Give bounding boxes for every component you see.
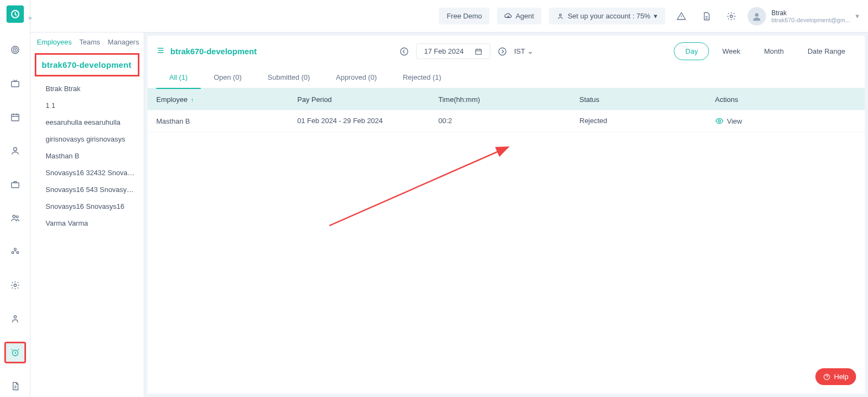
svg-rect-5 [11,114,19,121]
svg-point-19 [400,48,408,55]
list-item[interactable]: eesaruhulla eesaruhulla [30,114,144,131]
setup-account-button[interactable]: Set up your account : 75% ▾ [549,8,665,24]
filter-all-tab[interactable]: All (1) [156,67,201,89]
timesheet-table: Employee ↑ Pay Period Time(hh:mm) Status… [148,89,865,132]
view-week-button[interactable]: Week [711,43,751,60]
hamburger-icon[interactable] [156,46,165,56]
nav-tv-icon[interactable] [4,73,26,94]
svg-point-9 [16,216,18,218]
filter-submitted-tab[interactable]: Submitted (0) [254,67,323,89]
header-actions: Actions [715,95,856,104]
list-item[interactable]: Btrak Btrak [30,80,144,97]
cell-pay-period: 01 Feb 2024 - 29 Feb 2024 [297,117,438,125]
page-title: btrak670-development [170,47,257,56]
svg-point-2 [13,48,17,52]
svg-line-24 [329,147,508,226]
user-email: btrak670-development@gm... [771,17,850,23]
nav-briefcase-icon[interactable] [4,174,26,195]
user-setup-icon [557,12,564,20]
nav-people-icon[interactable] [4,207,26,229]
view-range-button[interactable]: Date Range [797,43,856,60]
vertical-nav: » [0,0,30,397]
tab-teams[interactable]: Teams [79,38,100,46]
agent-button[interactable]: Agent [497,8,541,24]
cell-status: Rejected [579,117,715,125]
nav-person-icon[interactable] [4,140,26,162]
settings-icon[interactable] [723,8,740,25]
user-menu[interactable]: Btrak btrak670-development@gm... ▾ [748,7,859,25]
svg-point-1 [11,46,19,54]
timezone-select[interactable]: IST ⌄ [514,47,533,55]
top-bar: Free Demo Agent Set up your account : 75… [30,0,868,33]
chevron-down-icon: ▾ [856,12,859,20]
svg-point-10 [14,248,16,251]
nav-team-icon[interactable] [4,241,26,262]
list-item[interactable]: girisnovasys girisnovasys [30,131,144,148]
calendar-icon [475,48,482,55]
expand-sidebar-icon[interactable]: » [28,14,32,22]
chevron-down-icon: ⌄ [527,47,533,55]
view-action-button[interactable]: View [715,117,742,125]
org-name-container: btrak670-development [35,53,139,76]
header-employee[interactable]: Employee ↑ [156,95,297,104]
cloud-download-icon [505,12,512,20]
cell-employee: Masthan B [156,117,297,125]
chevron-down-icon: ▾ [654,12,658,20]
nav-target-icon[interactable] [4,39,26,61]
date-picker[interactable]: 17 Feb 2024 [416,43,490,59]
file-icon[interactable] [698,8,715,25]
annotation-arrow [329,128,519,236]
free-demo-button[interactable]: Free Demo [439,8,489,24]
prev-date-button[interactable] [398,45,411,58]
sort-ascending-icon: ↑ [191,97,194,103]
employee-list: Btrak Btrak 1 1 eesaruhulla eesaruhulla … [30,78,144,234]
view-month-button[interactable]: Month [753,43,794,60]
svg-rect-7 [11,183,19,188]
svg-point-22 [718,120,720,122]
svg-point-21 [499,48,506,55]
header-status[interactable]: Status [579,95,715,104]
user-name: Btrak [771,9,850,17]
nav-alarm-icon[interactable] [4,342,26,363]
list-item[interactable]: Snovasys16 543 Snovasys16 [30,181,144,198]
logo-icon[interactable] [7,5,24,23]
table-row: Masthan B 01 Feb 2024 - 29 Feb 2024 00:2… [148,110,865,132]
svg-point-3 [15,49,16,50]
cell-time: 00:2 [438,117,579,125]
next-date-button[interactable] [496,45,509,58]
tab-employees[interactable]: Employees [37,38,72,46]
svg-point-16 [560,14,562,16]
nav-document-icon[interactable] [4,375,26,397]
nav-gear-icon[interactable] [4,274,26,296]
svg-point-14 [14,316,16,318]
avatar [748,7,766,25]
header-pay-period[interactable]: Pay Period [297,95,438,104]
sidebar-panel: Employees Teams Managers btrak670-develo… [30,33,144,397]
list-item[interactable]: Varma Varma [30,215,144,232]
nav-calendar-icon[interactable] [4,106,26,128]
tab-managers[interactable]: Managers [108,38,139,46]
svg-point-6 [14,148,17,151]
list-item[interactable]: Snovasys16 Snovasys16 [30,198,144,215]
main-panel: btrak670-development 17 Feb 2024 [148,36,865,394]
filter-open-tab[interactable]: Open (0) [201,67,254,89]
svg-point-18 [755,13,759,17]
nav-user-icon[interactable] [4,308,26,330]
list-item[interactable]: Masthan B [30,148,144,164]
list-item[interactable]: 1 1 [30,97,144,114]
filter-rejected-tab[interactable]: Rejected (1) [390,67,454,89]
svg-rect-20 [475,49,481,54]
eye-icon [715,117,724,125]
org-name[interactable]: btrak670-development [42,60,131,69]
svg-point-17 [730,15,733,17]
help-button[interactable]: Help [815,368,856,385]
svg-point-8 [12,215,15,218]
svg-point-13 [14,284,16,287]
header-time[interactable]: Time(hh:mm) [438,95,579,104]
help-icon [823,373,831,381]
warning-icon[interactable] [673,8,690,25]
svg-rect-4 [11,81,19,87]
list-item[interactable]: Snovasys16 32432 Snovasys16 [30,164,144,181]
filter-approved-tab[interactable]: Approved (0) [323,67,390,89]
view-day-button[interactable]: Day [674,42,709,60]
